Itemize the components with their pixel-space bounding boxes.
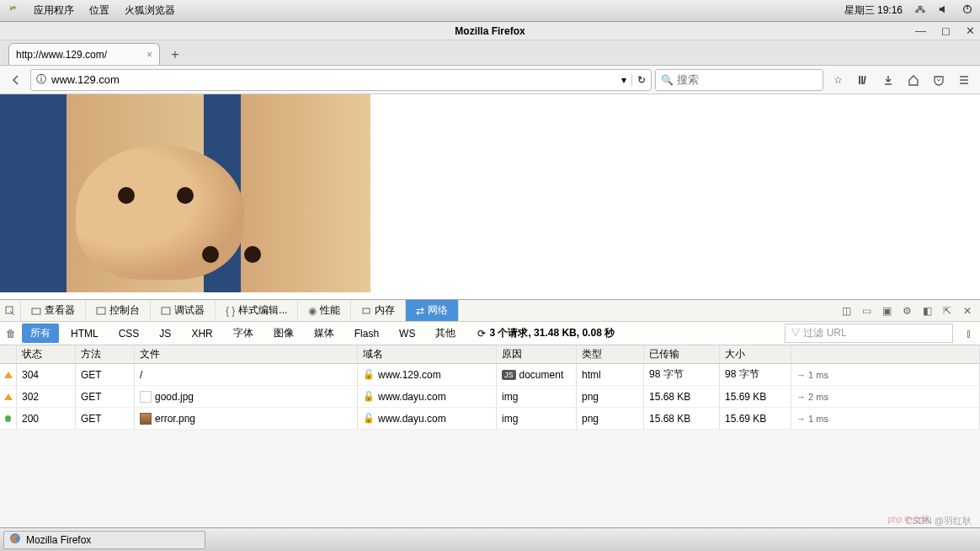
- tab-memory[interactable]: 内存: [351, 300, 406, 321]
- network-table: 状态 方法 文件 域名 原因 类型 已传输 大小 304GET /🔓 www.1…: [0, 345, 980, 430]
- downloads-icon[interactable]: [877, 69, 899, 91]
- status-indicator-icon: [0, 408, 17, 429]
- taskbar: Mozilla Firefox: [0, 527, 980, 551]
- insecure-icon: 🔓: [363, 413, 375, 424]
- tab-strip: http://www.129.com/ × +: [0, 40, 980, 66]
- menu-icon[interactable]: [953, 69, 975, 91]
- new-tab-button[interactable]: +: [165, 45, 185, 65]
- system-menu-bar: 应用程序 位置 火狐浏览器 星期三 19:16: [0, 0, 980, 22]
- window-titlebar: Mozilla Firefox — ◻ ✕: [0, 22, 980, 40]
- devtools-split-icon[interactable]: ◫: [839, 303, 854, 318]
- svg-rect-8: [162, 308, 170, 314]
- tab-style-editor[interactable]: { }样式编辑...: [216, 300, 298, 321]
- home-icon[interactable]: [903, 69, 924, 91]
- taskbar-app-label: Mozilla Firefox: [26, 534, 91, 546]
- table-row[interactable]: 302GET good.jpg🔓 www.dayu.comimgpng15.68…: [0, 386, 980, 408]
- svg-rect-3: [861, 76, 863, 84]
- tab-performance[interactable]: ◉性能: [298, 300, 351, 321]
- minimize-button[interactable]: —: [915, 24, 926, 37]
- tab-title: http://www.129.com/: [16, 49, 107, 61]
- col-type[interactable]: 类型: [577, 345, 644, 363]
- url-bar[interactable]: ⓘ ▾ ↻: [30, 69, 652, 91]
- insecure-icon: 🔓: [363, 369, 375, 380]
- menu-firefox[interactable]: 火狐浏览器: [125, 3, 175, 18]
- filter-css[interactable]: CSS: [110, 325, 148, 342]
- devtools-panel: 查看器 控制台 调试器 { }样式编辑... ◉性能 内存 ⇄网络 ◫ ▭ ▣ …: [0, 299, 980, 430]
- info-icon[interactable]: ⓘ: [36, 72, 46, 87]
- insecure-icon: 🔓: [363, 391, 375, 402]
- svg-rect-7: [97, 308, 105, 314]
- filter-other[interactable]: 其他: [427, 324, 464, 343]
- devtools-tabs: 查看器 控制台 调试器 { }样式编辑... ◉性能 内存 ⇄网络 ◫ ▭ ▣ …: [0, 300, 980, 322]
- filter-images[interactable]: 图像: [265, 324, 302, 343]
- tab-debugger[interactable]: 调试器: [151, 300, 216, 321]
- col-file[interactable]: 文件: [135, 345, 358, 363]
- table-row[interactable]: 200GET error.png🔓 www.dayu.comimgpng15.6…: [0, 408, 980, 430]
- filter-flash[interactable]: Flash: [346, 325, 387, 342]
- col-method[interactable]: 方法: [76, 345, 135, 363]
- library-icon[interactable]: [852, 69, 874, 91]
- power-icon[interactable]: [961, 3, 973, 18]
- filter-fonts[interactable]: 字体: [225, 324, 262, 343]
- network-icon[interactable]: [914, 3, 926, 18]
- network-summary: ⟳ 3 个请求, 31.48 KB, 0.08 秒: [477, 326, 615, 340]
- filter-html[interactable]: HTML: [62, 325, 107, 342]
- svg-rect-2: [859, 76, 860, 84]
- tab-inspector[interactable]: 查看器: [21, 300, 86, 321]
- network-table-header: 状态 方法 文件 域名 原因 类型 已传输 大小: [0, 345, 980, 364]
- search-input[interactable]: [677, 73, 818, 86]
- search-icon: 🔍: [661, 74, 674, 86]
- toggle-details-icon[interactable]: ⫿: [961, 326, 977, 341]
- pocket-icon[interactable]: [928, 69, 950, 91]
- col-cause[interactable]: 原因: [497, 345, 577, 363]
- filter-media[interactable]: 媒体: [306, 324, 343, 343]
- svg-rect-9: [363, 308, 370, 313]
- devtools-frame-icon[interactable]: ▣: [879, 303, 894, 318]
- menu-places[interactable]: 位置: [89, 3, 109, 18]
- svg-rect-6: [32, 308, 40, 314]
- cat-image: [0, 94, 370, 292]
- url-filter-input[interactable]: ▽ 过滤 URL: [785, 324, 953, 343]
- search-bar[interactable]: 🔍: [655, 69, 823, 91]
- filter-ws[interactable]: WS: [391, 325, 423, 342]
- browser-tab[interactable]: http://www.129.com/ ×: [8, 43, 160, 65]
- bookmark-star-icon[interactable]: ☆: [827, 69, 849, 91]
- filter-js[interactable]: JS: [151, 325, 179, 342]
- navigation-toolbar: ⓘ ▾ ↻ 🔍 ☆: [0, 66, 980, 94]
- col-domain[interactable]: 域名: [358, 345, 497, 363]
- devtools-popout-icon[interactable]: ⇱: [940, 303, 955, 318]
- devtools-settings-icon[interactable]: ⚙: [899, 303, 914, 318]
- watermark-csdn: CSDN @羽红耿: [906, 515, 972, 527]
- maximize-button[interactable]: ◻: [941, 24, 951, 37]
- system-datetime: 星期三 19:16: [844, 3, 903, 18]
- col-size[interactable]: 大小: [720, 345, 791, 363]
- col-status[interactable]: 状态: [17, 345, 76, 363]
- devtools-close-icon[interactable]: ✕: [960, 303, 975, 318]
- clear-icon[interactable]: 🗑: [3, 326, 19, 341]
- filter-all[interactable]: 所有: [22, 324, 59, 343]
- network-toolbar: 🗑 所有 HTML CSS JS XHR 字体 图像 媒体 Flash WS 其…: [0, 322, 980, 345]
- taskbar-app[interactable]: Mozilla Firefox: [3, 531, 205, 549]
- tab-network[interactable]: ⇄网络: [406, 300, 459, 321]
- status-indicator-icon: [0, 364, 17, 385]
- devtools-dock-icon[interactable]: ◧: [919, 303, 935, 318]
- devtools-responsive-icon[interactable]: ▭: [859, 303, 874, 318]
- svg-rect-4: [863, 75, 866, 83]
- devtools-pick-icon[interactable]: [0, 300, 21, 321]
- page-content: [0, 94, 980, 299]
- status-indicator-icon: [0, 386, 17, 407]
- menu-applications[interactable]: 应用程序: [34, 3, 74, 18]
- tab-console[interactable]: 控制台: [86, 300, 151, 321]
- volume-icon[interactable]: [938, 3, 950, 18]
- filter-icon: ▽: [791, 327, 803, 339]
- col-transferred[interactable]: 已传输: [644, 345, 720, 363]
- close-button[interactable]: ✕: [966, 24, 975, 37]
- reload-button[interactable]: ↻: [631, 74, 646, 86]
- back-button[interactable]: [5, 69, 27, 91]
- foot-icon: [7, 3, 19, 18]
- tab-close-icon[interactable]: ×: [146, 49, 152, 61]
- url-input[interactable]: [51, 73, 616, 86]
- table-row[interactable]: 304GET /🔓 www.129.comJS documenthtml98 字…: [0, 364, 980, 386]
- filter-xhr[interactable]: XHR: [183, 325, 221, 342]
- dropdown-icon[interactable]: ▾: [621, 74, 626, 86]
